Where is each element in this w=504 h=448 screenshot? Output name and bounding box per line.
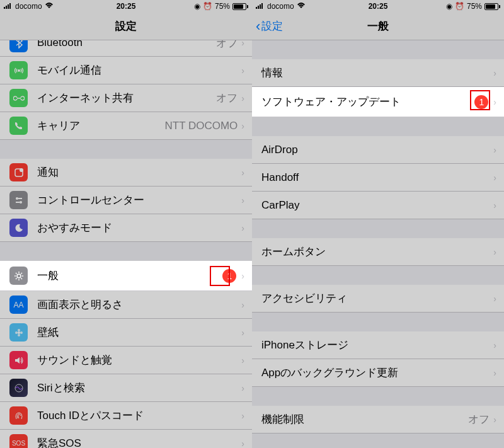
gear-icon bbox=[9, 267, 28, 285]
row-home-button[interactable]: ホームボタン › bbox=[252, 238, 504, 266]
battery-pct: 75% bbox=[215, 2, 230, 11]
row-label: Appのバックグラウンド更新 bbox=[261, 365, 493, 380]
battery-icon bbox=[232, 3, 248, 10]
row-label: iPhoneストレージ bbox=[261, 338, 493, 352]
row-label: 通知 bbox=[37, 165, 241, 180]
chevron-right-icon: › bbox=[241, 66, 244, 76]
row-label: モバイル通信 bbox=[37, 63, 241, 78]
row-label: ホームボタン bbox=[261, 244, 493, 259]
row-carplay[interactable]: CarPlay › bbox=[252, 192, 504, 219]
chevron-right-icon: › bbox=[241, 328, 244, 338]
wifi-icon bbox=[45, 2, 54, 11]
general-screen: docomo 20:25 ◉ ⏰ 75% ‹ 設定 一般 情 bbox=[252, 0, 504, 448]
toggles-icon bbox=[9, 191, 28, 209]
back-button[interactable]: ‹ 設定 bbox=[256, 19, 283, 33]
back-label: 設定 bbox=[261, 19, 283, 33]
row-label: コントロールセンター bbox=[37, 193, 241, 207]
notification-icon bbox=[9, 163, 28, 181]
chevron-left-icon: ‹ bbox=[256, 20, 260, 33]
badge: 1 bbox=[474, 95, 488, 109]
flower-icon bbox=[9, 323, 28, 342]
row-storage[interactable]: iPhoneストレージ › bbox=[252, 331, 504, 359]
chevron-right-icon: › bbox=[241, 121, 244, 131]
text-size-icon: AA bbox=[9, 296, 28, 314]
signal-icon bbox=[256, 2, 265, 11]
row-siri[interactable]: Siriと検索 › bbox=[0, 374, 252, 402]
row-value: NTT DOCOMO bbox=[164, 120, 238, 132]
row-sounds[interactable]: サウンドと触覚 › bbox=[0, 347, 252, 374]
chevron-right-icon: › bbox=[241, 223, 244, 233]
chevron-right-icon: › bbox=[241, 300, 244, 310]
siri-icon bbox=[9, 379, 28, 397]
sos-icon: SOS bbox=[9, 434, 28, 448]
location-icon: ◉ bbox=[194, 2, 200, 11]
row-hotspot[interactable]: インターネット共有 オフ › bbox=[0, 84, 252, 112]
row-carrier[interactable]: キャリア NTT DOCOMO › bbox=[0, 112, 252, 140]
battery-icon bbox=[484, 3, 500, 10]
row-dnd[interactable]: おやすみモード › bbox=[0, 214, 252, 242]
row-notifications[interactable]: 通知 › bbox=[0, 159, 252, 187]
row-label: サウンドと触覚 bbox=[37, 353, 241, 367]
alarm-icon: ⏰ bbox=[455, 2, 464, 11]
row-cellular[interactable]: モバイル通信 › bbox=[0, 57, 252, 84]
row-label: インターネット共有 bbox=[37, 91, 216, 105]
row-label: CarPlay bbox=[261, 199, 493, 212]
signal-icon bbox=[4, 2, 13, 11]
row-label: Siriと検索 bbox=[37, 381, 241, 395]
svg-point-15 bbox=[15, 331, 18, 334]
group-separator bbox=[252, 219, 504, 238]
row-value: オフ bbox=[216, 40, 238, 50]
chevron-right-icon: › bbox=[241, 40, 244, 48]
svg-rect-0 bbox=[4, 7, 5, 9]
svg-point-6 bbox=[20, 168, 23, 172]
chevron-right-icon: › bbox=[241, 439, 244, 449]
page-title: 一般 bbox=[367, 19, 389, 33]
row-display[interactable]: AA 画面表示と明るさ › bbox=[0, 291, 252, 319]
group-separator bbox=[252, 266, 504, 285]
row-label: アクセシビリティ bbox=[261, 291, 493, 306]
row-bluetooth[interactable]: Bluetooth オフ › bbox=[0, 40, 252, 57]
bluetooth-icon bbox=[9, 40, 28, 52]
chevron-right-icon: › bbox=[241, 411, 244, 421]
row-sos[interactable]: SOS 緊急SOS › bbox=[0, 430, 252, 448]
row-bg-refresh[interactable]: Appのバックグラウンド更新 › bbox=[252, 359, 504, 387]
group-separator bbox=[252, 387, 504, 406]
row-label: Handoff bbox=[261, 171, 493, 184]
row-software-update[interactable]: ソフトウェア・アップデート 1 › bbox=[252, 87, 504, 117]
row-value: オフ bbox=[468, 412, 490, 427]
speaker-icon bbox=[9, 351, 28, 369]
link-icon bbox=[9, 89, 28, 107]
chevron-right-icon: › bbox=[241, 195, 244, 205]
row-wallpaper[interactable]: 壁紙 › bbox=[0, 319, 252, 347]
row-general[interactable]: 一般 1 › bbox=[0, 261, 252, 291]
antenna-icon bbox=[9, 61, 28, 79]
row-touchid[interactable]: Touch IDとパスコード › bbox=[0, 402, 252, 430]
svg-rect-20 bbox=[260, 4, 261, 9]
svg-point-9 bbox=[20, 201, 22, 204]
location-icon: ◉ bbox=[446, 2, 452, 11]
row-control-center[interactable]: コントロールセンター › bbox=[0, 187, 252, 214]
row-label: 緊急SOS bbox=[37, 436, 241, 448]
row-label: Touch IDとパスコード bbox=[37, 408, 241, 423]
nav-bar: 設定 bbox=[0, 13, 252, 40]
row-label: 壁紙 bbox=[37, 325, 241, 340]
chevron-right-icon: › bbox=[493, 294, 496, 304]
status-bar: docomo 20:25 ◉ ⏰ 75% bbox=[252, 0, 504, 13]
group-separator bbox=[0, 242, 252, 261]
row-accessibility[interactable]: アクセシビリティ › bbox=[252, 285, 504, 313]
row-airdrop[interactable]: AirDrop › bbox=[252, 136, 504, 164]
row-restrictions[interactable]: 機能制限 オフ › bbox=[252, 406, 504, 434]
svg-point-7 bbox=[16, 197, 18, 200]
fingerprint-icon bbox=[9, 406, 28, 425]
group-separator bbox=[0, 140, 252, 159]
svg-point-12 bbox=[18, 331, 20, 334]
battery-pct: 75% bbox=[467, 2, 482, 11]
row-handoff[interactable]: Handoff › bbox=[252, 164, 504, 192]
badge: 1 bbox=[222, 269, 236, 283]
row-about[interactable]: 情報 › bbox=[252, 59, 504, 87]
status-bar: docomo 20:25 ◉ ⏰ 75% bbox=[0, 0, 252, 13]
chevron-right-icon: › bbox=[493, 415, 496, 425]
svg-rect-3 bbox=[9, 3, 11, 9]
chevron-right-icon: › bbox=[493, 340, 496, 350]
row-value: オフ bbox=[216, 91, 238, 105]
